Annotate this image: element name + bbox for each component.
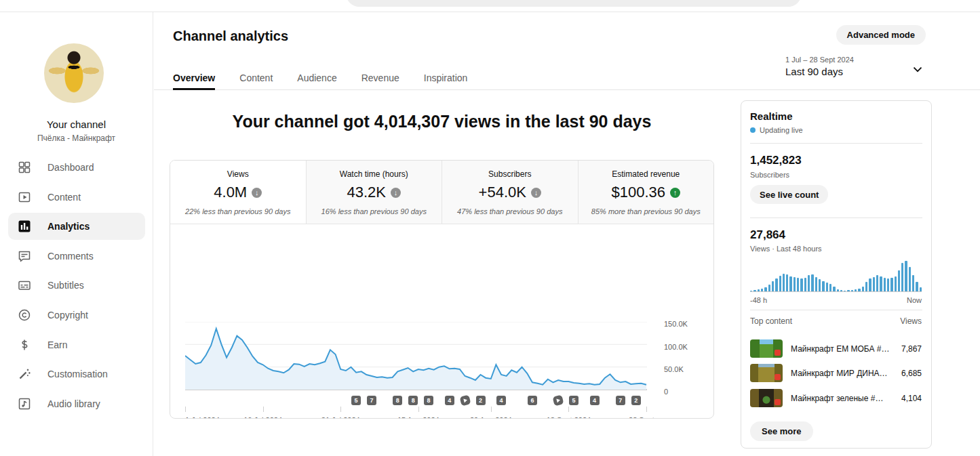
publish-marker[interactable]: 8	[393, 396, 402, 405]
see-live-count-button[interactable]: See live count	[750, 185, 828, 204]
publish-marker[interactable]: 7	[616, 396, 625, 405]
sidebar-item-copyright[interactable]: Copyright	[8, 302, 145, 329]
channel-name: Your channel	[0, 119, 153, 130]
video-title: Майнкрафт ЕМ МОБА #…	[791, 344, 896, 354]
realtime-bar	[793, 277, 796, 291]
copyright-icon	[18, 308, 31, 322]
realtime-bar	[901, 263, 903, 291]
x-axis-tick	[418, 407, 419, 412]
top-content-row[interactable]: Майнкрафт ЕМ МОБА #… 7,867	[750, 339, 922, 358]
sidebar-item-label: Earn	[47, 339, 68, 350]
realtime-bar	[847, 290, 849, 291]
realtime-bar	[779, 276, 781, 291]
realtime-axis: -48 h Now	[750, 296, 922, 304]
realtime-bar	[905, 261, 907, 291]
metric-tab-views[interactable]: Views 4.0M↓ 22% less than previous 90 da…	[170, 161, 306, 224]
realtime-subscribers-value: 1,452,823	[750, 154, 802, 167]
video-thumbnail	[750, 364, 783, 382]
publish-marker[interactable]: 7	[367, 396, 376, 405]
date-range-text: 1 Jul – 28 Sept 2024	[785, 56, 854, 64]
publish-marker[interactable]: 8	[408, 396, 418, 405]
video-thumbnail	[750, 389, 783, 407]
advanced-mode-button[interactable]: Advanced mode	[836, 25, 926, 45]
publish-marker[interactable]: 4	[445, 396, 454, 405]
publish-marker[interactable]: 4	[496, 396, 506, 405]
realtime-status-text: Updating live	[760, 126, 803, 134]
publish-marker[interactable]: 6	[528, 396, 537, 405]
realtime-bar	[873, 277, 875, 291]
x-axis-label: 29 Aug 2024	[470, 416, 512, 419]
views-area-chart	[185, 322, 647, 392]
sidebar-item-label: Comments	[47, 251, 94, 262]
realtime-bar	[844, 291, 846, 291]
overview-card: Views 4.0M↓ 22% less than previous 90 da…	[170, 160, 714, 419]
sidebar-item-audio-library[interactable]: Audio library	[8, 390, 145, 417]
tab-content[interactable]: Content	[239, 66, 273, 90]
sidebar-item-earn[interactable]: Earn	[8, 331, 145, 358]
sidebar-item-customisation[interactable]: Customisation	[8, 360, 145, 388]
realtime-bar	[833, 287, 835, 291]
sidebar-item-label: Audio library	[47, 398, 100, 409]
sidebar: Your channel Пчёлка - Майнкрафт Dashboar…	[0, 12, 153, 456]
top-bar	[0, 0, 980, 12]
x-axis-label: 1 Jul 2024	[185, 416, 220, 419]
channel-subtitle: Пчёлка - Майнкрафт	[0, 133, 153, 143]
top-content-row[interactable]: Майнкрафт зеленые #… 4,104	[750, 389, 922, 407]
live-dot-icon	[750, 127, 756, 133]
top-content-row[interactable]: Майнкрафт МИР ДИНА… 6,685	[750, 364, 922, 382]
channel-avatar[interactable]	[44, 43, 104, 103]
sidebar-item-label: Content	[47, 192, 81, 203]
date-preset-text: Last 90 days	[785, 66, 854, 77]
realtime-bar	[800, 278, 802, 291]
metric-tab-watch-time[interactable]: Watch time (hours) 43.2K↓ 16% less than …	[306, 161, 442, 224]
metric-note: 85% more than previous 90 days	[579, 207, 714, 215]
sidebar-item-label: Dashboard	[47, 162, 94, 173]
realtime-views-label: Views · Last 48 hours	[750, 245, 822, 253]
x-axis-tick	[185, 407, 186, 412]
date-range-selector[interactable]: 1 Jul – 28 Sept 2024 Last 90 days	[785, 56, 854, 77]
realtime-bar	[829, 284, 831, 291]
video-title: Майнкрафт МИР ДИНА…	[791, 369, 896, 378]
top-content-header: Top content Views	[750, 316, 922, 326]
shorts-marker-icon[interactable]	[459, 395, 471, 407]
tab-overview[interactable]: Overview	[173, 66, 215, 90]
youtube-studio-analytics-page: Your channel Пчёлка - Майнкрафт Dashboar…	[0, 0, 980, 456]
top-content-label: Top content	[750, 316, 792, 326]
shorts-marker-icon[interactable]	[553, 395, 564, 407]
content-icon	[18, 190, 31, 204]
realtime-bar	[887, 278, 889, 291]
sidebar-item-content[interactable]: Content	[8, 184, 145, 211]
tab-audience[interactable]: Audience	[297, 66, 336, 90]
publish-marker[interactable]: 5	[569, 396, 579, 405]
metric-label: Subscribers	[442, 169, 578, 179]
metric-tab-revenue[interactable]: Estimated revenue $100.36↑ 85% more than…	[578, 161, 714, 224]
tab-revenue[interactable]: Revenue	[361, 66, 399, 90]
realtime-bar	[869, 278, 871, 291]
sidebar-item-analytics[interactable]: Analytics	[8, 213, 145, 240]
sidebar-item-subtitles[interactable]: Subtitles	[8, 272, 145, 299]
video-thumbnail	[750, 339, 783, 358]
chevron-down-icon[interactable]	[910, 62, 925, 77]
video-title: Майнкрафт зеленые #…	[791, 394, 896, 403]
search-bar[interactable]	[346, 0, 802, 7]
sidebar-item-dashboard[interactable]: Dashboard	[8, 154, 145, 181]
publish-marker[interactable]: 2	[476, 396, 486, 405]
realtime-bar	[758, 289, 760, 291]
axis-start-label: -48 h	[750, 296, 767, 304]
x-axis-tick	[263, 407, 264, 412]
publish-marker[interactable]: 2	[631, 396, 641, 405]
see-more-button[interactable]: See more	[750, 421, 813, 441]
publish-marker[interactable]: 8	[424, 396, 433, 405]
sidebar-item-comments[interactable]: Comments	[8, 243, 145, 270]
publish-marker[interactable]: 4	[590, 396, 600, 405]
realtime-bar	[772, 281, 774, 291]
publish-marker[interactable]: 5	[351, 396, 361, 405]
realtime-bar	[876, 275, 878, 291]
realtime-bar	[880, 276, 882, 292]
metric-tab-subscribers[interactable]: Subscribers +54.0K↓ 47% less than previo…	[442, 161, 578, 224]
divider	[750, 217, 922, 218]
realtime-bar	[768, 285, 770, 291]
metric-value: +54.0K	[479, 184, 526, 201]
trend-down-icon: ↓	[531, 188, 541, 198]
tab-inspiration[interactable]: Inspiration	[424, 66, 468, 90]
